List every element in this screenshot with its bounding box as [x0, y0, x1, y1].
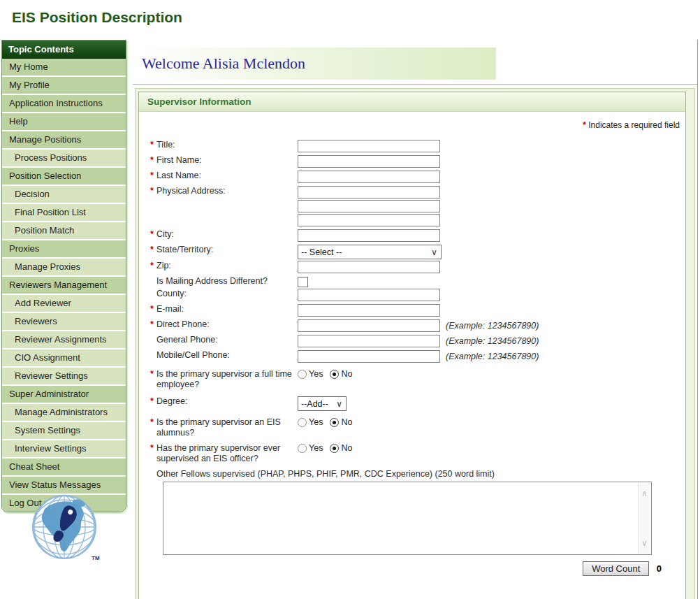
general-phone-input[interactable] [298, 335, 440, 347]
sidebar-item-decision[interactable]: Decision [2, 186, 126, 204]
field-label-cell: General Phone: [150, 335, 298, 349]
field-control [298, 186, 440, 228]
field-control [298, 304, 440, 318]
sidebar-item-reviewer-assignments[interactable]: Reviewer Assignments [2, 331, 126, 349]
county-input[interactable] [298, 289, 440, 301]
word-count-value: 0 [657, 563, 662, 574]
physical-address-input-1[interactable] [298, 186, 440, 199]
sidebar-item-manage-positions[interactable]: Manage Positions [2, 131, 126, 150]
sidebar-item-reviewer-settings[interactable]: Reviewer Settings [2, 368, 126, 386]
required-asterisk: * [150, 171, 156, 185]
form-row: *Zip: [150, 261, 680, 275]
field-label-cell: *E-mail: [150, 304, 298, 318]
has-the-primary-supervisor-eve-radio-no[interactable] [330, 444, 339, 453]
degree-select[interactable]: --Add--∨ [298, 396, 347, 411]
form-row: County: [150, 289, 680, 303]
field-control [298, 289, 440, 303]
field-label: Is Mailing Address Different? [156, 276, 268, 287]
form-row: General Phone:(Example: 1234567890) [150, 335, 680, 349]
scroll-up-icon[interactable]: ∧ [641, 490, 648, 497]
sidebar-item-interview-settings[interactable]: Interview Settings [2, 440, 126, 459]
is-the-primary-supervisor-an-e-radio-no[interactable] [330, 418, 339, 427]
mobile-cell-phone-input[interactable] [298, 350, 440, 363]
sidebar: Topic Contents My HomeMy ProfileApplicat… [1, 40, 126, 512]
radio-label: No [341, 443, 352, 453]
required-asterisk [150, 350, 156, 364]
is-the-primary-supervisor-a-fu-radio-yes[interactable] [298, 370, 307, 379]
required-asterisk: * [150, 417, 156, 438]
e-mail-input[interactable] [298, 304, 440, 317]
sidebar-item-manage-proxies[interactable]: Manage Proxies [2, 259, 126, 277]
zip-input[interactable] [298, 261, 440, 273]
sidebar-item-proxies[interactable]: Proxies [2, 240, 126, 259]
sidebar-item-reviewers-management[interactable]: Reviewers Management [2, 277, 126, 295]
field-label-cell: *State/Territory: [150, 245, 298, 259]
sidebar-item-process-positions[interactable]: Process Positions [2, 150, 126, 168]
field-control [298, 155, 440, 169]
page-title: EIS Position Description [12, 9, 182, 26]
sidebar-item-super-administrator[interactable]: Super Administrator [2, 386, 126, 404]
sidebar-item-system-settings[interactable]: System Settings [2, 422, 126, 440]
form-row: *Physical Address: [150, 186, 680, 228]
state-territory-select[interactable]: -- Select --∨ [298, 245, 442, 259]
city-input[interactable] [298, 229, 440, 242]
field-control [298, 261, 440, 275]
field-label-cell: *Physical Address: [150, 186, 298, 228]
form-row: Mobile/Cell Phone:(Example: 1234567890) [150, 350, 680, 364]
is-mailing-address-different-checkbox[interactable] [298, 277, 308, 287]
field-label-cell: *City: [150, 229, 298, 243]
field-label: County: [156, 289, 187, 303]
welcome-banner: Welcome Alisia Mclendon [135, 48, 496, 80]
field-label-cell: *Zip: [150, 261, 298, 275]
scroll-down-icon[interactable]: ∨ [641, 540, 648, 547]
field-control [298, 276, 308, 287]
required-asterisk: * [150, 155, 156, 169]
form-row: Is Mailing Address Different? [150, 276, 680, 287]
sidebar-item-my-home[interactable]: My Home [2, 59, 126, 77]
title-input[interactable] [298, 140, 440, 152]
field-label: E-mail: [156, 304, 184, 318]
required-asterisk: * [150, 319, 156, 333]
sidebar-item-final-position-list[interactable]: Final Position List [2, 204, 126, 222]
field-control: YesNo [298, 369, 359, 390]
textarea-scrollbar[interactable]: ∧ ∨ [638, 483, 650, 554]
physical-address-input-2[interactable] [298, 200, 440, 212]
sidebar-item-position-match[interactable]: Position Match [2, 222, 126, 240]
sidebar-item-my-profile[interactable]: My Profile [2, 77, 126, 95]
is-the-primary-supervisor-a-fu-radio-no[interactable] [330, 370, 339, 379]
field-control: --Add--∨ [298, 396, 347, 411]
sidebar-item-manage-administrators[interactable]: Manage Administrators [2, 404, 126, 422]
last-name-input[interactable] [298, 171, 440, 183]
chevron-down-icon: ∨ [336, 399, 346, 409]
radio-label: Yes [309, 369, 323, 379]
field-label: Zip: [156, 261, 171, 275]
field-label: General Phone: [156, 335, 218, 349]
content-box: Supervisor Information * Indicates a req… [135, 88, 695, 599]
sidebar-item-cheat-sheet[interactable]: Cheat Sheet [2, 459, 126, 477]
field-label-cell: *Has the primary supervisor ever supervi… [150, 443, 298, 464]
other-fellows-textarea[interactable]: ∧ ∨ [163, 482, 652, 555]
direct-phone-input[interactable] [298, 319, 440, 332]
form-row: *E-mail: [150, 304, 680, 318]
form-row: *Degree:--Add--∨ [150, 396, 680, 411]
physical-address-input-3[interactable] [298, 214, 440, 226]
word-count-button[interactable]: Word Count [583, 561, 649, 576]
first-name-input[interactable] [298, 155, 440, 168]
required-asterisk: * [150, 304, 156, 318]
has-the-primary-supervisor-eve-radio-yes[interactable] [298, 444, 307, 453]
sidebar-item-reviewers[interactable]: Reviewers [2, 313, 126, 331]
field-label: Mobile/Cell Phone: [156, 350, 230, 364]
page: EIS Position Description Topic Contents … [0, 0, 700, 599]
sidebar-item-application-instructions[interactable]: Application Instructions [2, 95, 126, 113]
sidebar-item-cio-assignment[interactable]: CIO Assignment [2, 349, 126, 368]
required-asterisk: * [150, 443, 156, 464]
sidebar-item-position-selection[interactable]: Position Selection [2, 168, 126, 186]
selected-option: -- Select -- [298, 247, 431, 257]
required-note-text: Indicates a required field [588, 120, 680, 130]
sidebar-item-help[interactable]: Help [2, 113, 126, 131]
required-asterisk: * [150, 186, 156, 228]
is-the-primary-supervisor-an-e-radio-yes[interactable] [298, 418, 307, 427]
sidebar-item-add-reviewer[interactable]: Add Reviewer [2, 295, 126, 313]
form-row: *City: [150, 229, 680, 243]
field-label-cell: Is Mailing Address Different? [150, 276, 298, 287]
